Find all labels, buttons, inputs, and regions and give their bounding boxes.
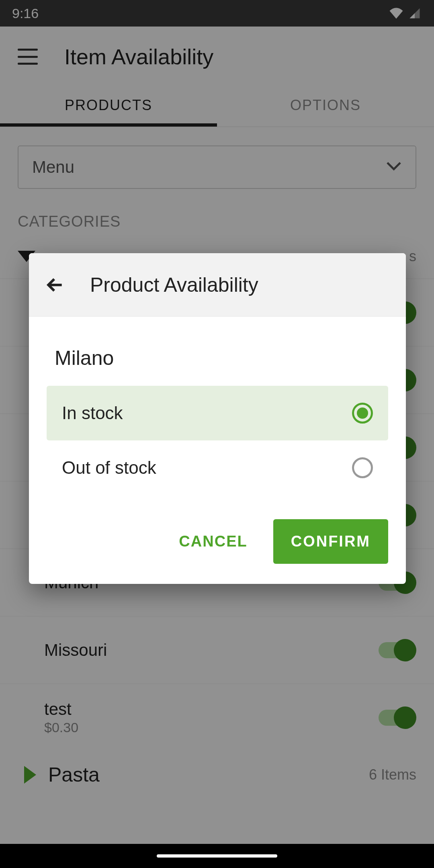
product-name: Milano [47,337,388,386]
back-arrow-icon[interactable] [45,275,65,295]
radio-icon [352,403,373,424]
cancel-button[interactable]: CANCEL [171,522,255,561]
modal-header: Product Availability [29,253,406,317]
radio-out-of-stock[interactable]: Out of stock [47,440,388,495]
radio-in-stock[interactable]: In stock [47,386,388,440]
modal-footer: CANCEL CONFIRM [29,503,406,584]
confirm-button[interactable]: CONFIRM [273,519,388,564]
product-availability-modal: Product Availability Milano In stock Out… [29,253,406,584]
nav-bar [0,844,434,868]
modal-title: Product Availability [90,273,258,297]
radio-icon [352,457,373,478]
nav-handle[interactable] [157,854,277,858]
